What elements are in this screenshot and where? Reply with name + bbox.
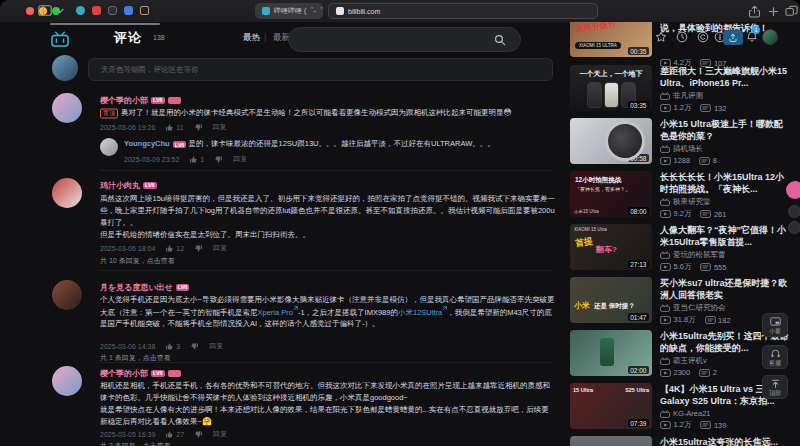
sort-hot-tab[interactable]: 最热: [243, 32, 260, 44]
danmaku-count: 139: [700, 421, 726, 430]
extension-red-icon[interactable]: [92, 6, 101, 15]
video-card[interactable]: 小米15ultra这夸张的长焦远...: [570, 436, 792, 446]
extension-blue-icon[interactable]: [124, 6, 133, 15]
mini-player-button[interactable]: 小窗: [762, 313, 788, 337]
commenter-name[interactable]: 樱个季的小部 LV6: [100, 368, 181, 379]
comment-input-box[interactable]: 天青色等烟雨，评论区在等你: [88, 58, 553, 81]
reply-button[interactable]: 回复: [209, 341, 223, 351]
reply-button[interactable]: 回复: [233, 154, 247, 164]
video-title[interactable]: 人像大翻车？“夜神”它值得！小米15Ultra零售版首提...: [660, 224, 792, 248]
video-card[interactable]: 12小时拍照挑战 「夜神长焦，有多神？」 小米15 Ultra 08:00 长长…: [570, 171, 792, 221]
back-to-top-button[interactable]: 顶部: [762, 375, 788, 399]
level-badge: LV6: [151, 97, 165, 105]
watch-later-icon[interactable]: [676, 31, 688, 43]
dislike-button[interactable]: [214, 155, 223, 164]
user-avatar[interactable]: [762, 29, 778, 45]
my-avatar[interactable]: [52, 55, 78, 81]
video-title[interactable]: 小米15 Ultra极速上手！哪款配色是你的菜？: [660, 118, 792, 142]
float-circle-button[interactable]: [788, 205, 800, 218]
video-card[interactable]: 15 Ultra S25 Ultra 07:39 【4K】小米15 Ultra …: [570, 383, 792, 433]
video-title[interactable]: 小米15ultra这夸张的长焦远...: [660, 436, 792, 446]
dislike-button[interactable]: [194, 430, 203, 439]
feedback-float-button[interactable]: [786, 181, 800, 199]
video-author[interactable]: 极果研究堂: [660, 197, 792, 207]
video-card[interactable]: 00:58 小米15 Ultra极速上手！哪款配色是你的菜？ 搞机场长 1288…: [570, 118, 792, 168]
dislike-button[interactable]: [190, 342, 199, 351]
view-replies-link[interactable]: 共 2 条回复，点击查看: [100, 441, 171, 446]
reply-button[interactable]: 回复: [213, 429, 227, 439]
commenter-name[interactable]: 鸡汁小肉丸 LV6: [100, 180, 157, 191]
new-tab-icon[interactable]: [768, 6, 779, 17]
commenter-avatar[interactable]: [52, 178, 82, 208]
like-button[interactable]: 27: [165, 430, 184, 439]
video-thumbnail[interactable]: 一个天上，一个地下 03:35: [570, 65, 652, 111]
float-circle-button[interactable]: [788, 221, 800, 234]
video-card[interactable]: XIAOMI 15 Ultra 首提 翻车? 27:13 人像大翻车？“夜神”它…: [570, 224, 792, 274]
share-action-button[interactable]: [723, 30, 743, 45]
video-thumbnail[interactable]: 15 Ultra S25 Ultra 07:39: [570, 383, 652, 429]
search-input[interactable]: [288, 27, 521, 52]
chevron-down-icon[interactable]: [56, 8, 64, 14]
video-card[interactable]: 02:00 小米15ultra先别买！这四个致命的缺点，你能接受的... 霸王评…: [570, 330, 792, 380]
arrow-up-icon: [770, 378, 781, 389]
copyright-icon[interactable]: [697, 31, 709, 43]
danmaku-count: 132: [700, 104, 726, 113]
reply-button[interactable]: 回复: [213, 243, 227, 253]
commenter-avatar[interactable]: [52, 93, 82, 123]
video-author[interactable]: 非凡评测: [660, 91, 792, 101]
like-button[interactable]: 1: [189, 155, 204, 164]
video-card[interactable]: 小米 还是 保时捷？ 01:47 买小米su7 ultra还是保时捷？欧洲人回答…: [570, 277, 792, 327]
video-thumbnail[interactable]: 小米 还是 保时捷？ 01:47: [570, 277, 652, 323]
video-title[interactable]: 买小米su7 ultra还是保时捷？欧洲人回答很老实: [660, 277, 792, 301]
video-title[interactable]: 差距很大！三大巅峰旗舰小米15 Ultra、iPhone16 Pr...: [660, 65, 792, 89]
commenter-avatar[interactable]: [52, 280, 82, 310]
danmaku-count: 261: [700, 210, 726, 219]
thumbnail-overlay-text: 翻车?: [596, 244, 617, 255]
dislike-button[interactable]: [194, 123, 203, 132]
extension-tv-icon[interactable]: [140, 6, 149, 15]
extension-glasses-icon[interactable]: [108, 6, 117, 15]
commenter-name[interactable]: 樱个季的小部 LV6: [100, 95, 181, 106]
video-thumbnail[interactable]: 反向升级?! XIAOMI 15 ULTRA 00:35: [570, 22, 652, 57]
tab-overview-icon[interactable]: [785, 5, 798, 17]
link-xiaomi-12s-ultra[interactable]: 小米12SUltra: [398, 307, 442, 316]
video-card[interactable]: 一个天上，一个地下 03:35 差距很大！三大巅峰旗舰小米15 Ultra、iP…: [570, 65, 792, 115]
customer-service-button[interactable]: 客服: [762, 345, 788, 369]
search-icon[interactable]: [494, 34, 506, 46]
extension-teal-icon[interactable]: [76, 6, 85, 15]
close-window-button[interactable]: [26, 7, 34, 15]
tab-bilibili-home[interactable]: 哔哩哔哩 (゜-゜)...: [255, 3, 323, 19]
video-thumbnail[interactable]: 12小时拍照挑战 「夜神长焦，有多神？」 小米15 Ultra 08:00: [570, 171, 652, 217]
video-stats: 1.2万 139: [660, 420, 792, 430]
up-icon: [660, 92, 670, 100]
comment-date: 2025-03-06 18:04: [100, 245, 155, 252]
comment-input-placeholder: 天青色等烟雨，评论区在等你: [101, 65, 199, 75]
view-replies-link[interactable]: 共 10 条回复，点击查看: [100, 256, 175, 266]
link-xperia-pro[interactable]: Xperia Pro: [258, 307, 293, 316]
video-thumbnail[interactable]: 02:00: [570, 330, 652, 376]
reply-author-name[interactable]: YoungcyChu: [124, 139, 170, 148]
video-author[interactable]: 亚当仁研究协会: [660, 303, 792, 313]
play-count: 1.2万: [660, 103, 691, 113]
sidebar-toggle-icon[interactable]: [38, 5, 52, 16]
thumbnail-overlay-text: 一个天上，一个地下: [570, 69, 652, 79]
video-author[interactable]: 爱玩的松鼠军曹: [660, 250, 792, 260]
video-author[interactable]: KG-Area21: [660, 409, 792, 418]
video-thumbnail[interactable]: [570, 436, 652, 446]
video-thumbnail[interactable]: XIAOMI 15 Ultra 首提 翻车? 27:13: [570, 224, 652, 270]
like-button[interactable]: 3: [165, 342, 180, 351]
like-button[interactable]: 11: [165, 123, 183, 132]
tab-bilibili-active[interactable]: bilibili.com: [328, 3, 598, 19]
reply-button[interactable]: 回复: [213, 122, 227, 132]
favorite-star-icon[interactable]: [655, 31, 667, 43]
commenter-name[interactable]: 月を見る度思い出せ LV6: [100, 282, 189, 293]
commenter-avatar[interactable]: [52, 366, 82, 396]
share-icon[interactable]: [748, 5, 761, 18]
video-title[interactable]: 长长长长长！小米15Ultra 12小时拍照挑战。「夜神长...: [660, 171, 792, 195]
like-button[interactable]: 12: [165, 244, 184, 253]
dislike-button[interactable]: [194, 244, 203, 253]
video-author[interactable]: 搞机场长: [660, 144, 792, 154]
reply-avatar[interactable]: [100, 138, 118, 156]
tab-title: bilibili.com: [348, 8, 380, 15]
video-thumbnail[interactable]: 00:58: [570, 118, 652, 164]
